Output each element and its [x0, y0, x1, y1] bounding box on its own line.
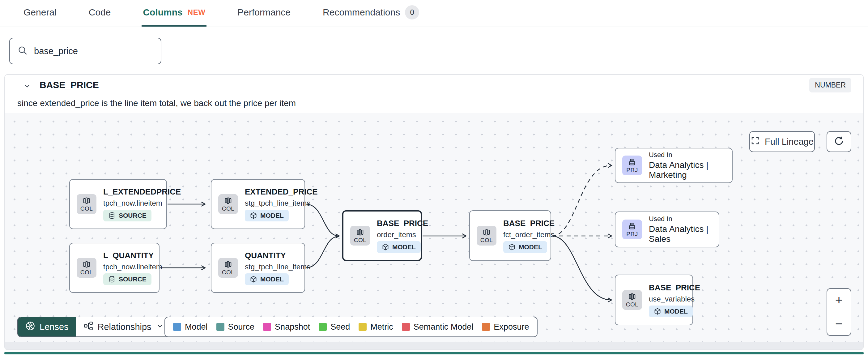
node-subtitle: tpch_now.lineitem	[103, 263, 162, 271]
legend-item-exposure: Exposure	[482, 322, 529, 332]
aperture-icon	[25, 321, 35, 333]
model-kind-badge: MODEL	[245, 273, 289, 285]
legend-item-metric: Metric	[359, 322, 393, 332]
node-base-price-fct-order-items[interactable]: COL BASE_PRICE fct_order_items MODEL	[469, 210, 551, 261]
tab-recommendations-label: Recommendations	[323, 7, 400, 18]
node-subtitle: tpch_now.lineitem	[103, 199, 162, 207]
node-used-in-marketing[interactable]: PRJ Used In Data Analytics | Marketing	[615, 148, 733, 183]
column-asset-badge: COL	[622, 290, 642, 310]
column-asset-badge: COL	[77, 258, 96, 278]
collapse-toggle[interactable]	[21, 80, 34, 93]
expand-icon	[750, 136, 760, 148]
node-used-in-sales[interactable]: PRJ Used In Data Analytics | Sales	[615, 211, 719, 247]
tab-performance[interactable]: Performance	[236, 0, 292, 27]
tab-code[interactable]: Code	[88, 0, 112, 27]
cube-icon	[250, 212, 257, 219]
tab-general-label: General	[24, 7, 57, 18]
node-subtitle: stg_tpch_line_items	[245, 199, 310, 207]
columns-icon	[224, 196, 232, 205]
relationships-dropdown[interactable]: Relationships	[76, 317, 171, 336]
legend-swatch	[173, 323, 181, 331]
columns-icon	[482, 228, 491, 237]
cube-icon	[654, 308, 661, 315]
used-in-label: Used In	[649, 151, 672, 159]
column-data-type-badge: NUMBER	[809, 78, 851, 92]
refresh-button[interactable]	[827, 131, 851, 152]
tab-code-label: Code	[89, 7, 111, 18]
legend-swatch	[482, 323, 490, 331]
zoom-in-button[interactable]: +	[827, 289, 851, 312]
node-base-price-order-items[interactable]: COL BASE_PRICE order_items MODEL	[342, 210, 422, 261]
legend-item-seed: Seed	[319, 322, 350, 332]
node-l-quantity[interactable]: COL L_QUANTITY tpch_now.lineitem SOURCE	[69, 243, 159, 293]
tab-bar: General Code Columns NEW Performance Rec…	[0, 0, 868, 27]
recommendations-count-badge: 0	[405, 5, 419, 20]
column-description: since extended_price is the line item to…	[17, 98, 296, 108]
lenses-control-group: Lenses Relationships	[17, 317, 172, 337]
project-icon	[628, 158, 637, 166]
columns-icon	[82, 260, 91, 269]
database-icon	[108, 275, 116, 283]
project-asset-badge: PRJ	[622, 155, 642, 175]
node-type-legend: Model Source Snapshot Seed Metric Semant…	[164, 317, 537, 337]
column-name: BASE_PRICE	[39, 80, 99, 90]
chevron-down-icon	[156, 322, 164, 332]
node-base-price-use-variables[interactable]: COL BASE_PRICE use_variables MODEL	[615, 275, 693, 325]
column-asset-badge: COL	[477, 226, 496, 245]
model-kind-badge: MODEL	[245, 210, 289, 221]
model-kind-badge: MODEL	[649, 305, 693, 317]
tab-general[interactable]: General	[22, 0, 58, 27]
legend-item-snapshot: Snapshot	[263, 322, 310, 332]
zoom-controls: + −	[827, 288, 851, 336]
columns-icon	[628, 292, 637, 301]
horizontal-scrollbar[interactable]	[4, 352, 864, 354]
lineage-canvas[interactable]	[5, 113, 863, 345]
zoom-out-button[interactable]: −	[827, 312, 851, 335]
node-extended-price[interactable]: COL EXTENDED_PRICE stg_tpch_line_items M…	[211, 179, 305, 229]
project-icon	[628, 222, 637, 230]
tab-recommendations[interactable]: Recommendations 0	[321, 0, 421, 27]
source-kind-badge: SOURCE	[103, 273, 152, 285]
model-kind-badge: MODEL	[503, 241, 547, 253]
column-header-row: BASE_PRICE NUMBER	[4, 77, 864, 95]
columns-icon	[82, 196, 91, 205]
canvas-bottom-strip	[5, 342, 863, 349]
column-lineage-page: General Code Columns NEW Performance Rec…	[0, 0, 868, 355]
legend-item-model: Model	[173, 322, 208, 332]
new-badge: NEW	[188, 8, 206, 17]
hierarchy-icon	[84, 321, 93, 333]
node-l-extendedprice[interactable]: COL L_EXTENDEDPRICE tpch_now.lineitem SO…	[69, 179, 167, 229]
legend-item-semantic-model: Semantic Model	[402, 322, 473, 332]
cube-icon	[508, 243, 516, 251]
refresh-icon	[833, 136, 844, 148]
node-quantity[interactable]: COL QUANTITY stg_tpch_line_items MODEL	[211, 243, 305, 293]
column-asset-badge: COL	[77, 194, 96, 214]
search-input[interactable]	[34, 46, 153, 56]
node-title: BASE_PRICE	[377, 218, 428, 228]
column-search	[9, 38, 161, 64]
used-in-label: Used In	[649, 215, 672, 223]
node-title: BASE_PRICE	[503, 218, 555, 228]
legend-swatch	[216, 323, 224, 331]
source-kind-badge: SOURCE	[103, 210, 152, 221]
legend-swatch	[359, 323, 367, 331]
lenses-button[interactable]: Lenses	[18, 317, 76, 336]
legend-swatch	[263, 323, 271, 331]
node-subtitle: order_items	[377, 230, 416, 239]
column-asset-badge: COL	[218, 258, 238, 278]
node-title: BASE_PRICE	[649, 283, 700, 293]
node-title: L_EXTENDEDPRICE	[103, 187, 181, 197]
cube-icon	[250, 275, 257, 283]
node-subtitle: fct_order_items	[503, 230, 554, 239]
search-icon	[17, 45, 28, 57]
cube-icon	[382, 243, 389, 251]
tab-performance-label: Performance	[238, 7, 290, 18]
model-kind-badge: MODEL	[377, 241, 421, 253]
tab-columns-label: Columns	[143, 7, 182, 18]
column-asset-badge: COL	[218, 194, 238, 214]
full-lineage-button[interactable]: Full Lineage	[749, 131, 815, 152]
tab-columns[interactable]: Columns NEW	[142, 0, 207, 27]
columns-icon	[224, 260, 232, 269]
columns-icon	[356, 228, 365, 237]
chevron-down-icon	[23, 82, 31, 91]
